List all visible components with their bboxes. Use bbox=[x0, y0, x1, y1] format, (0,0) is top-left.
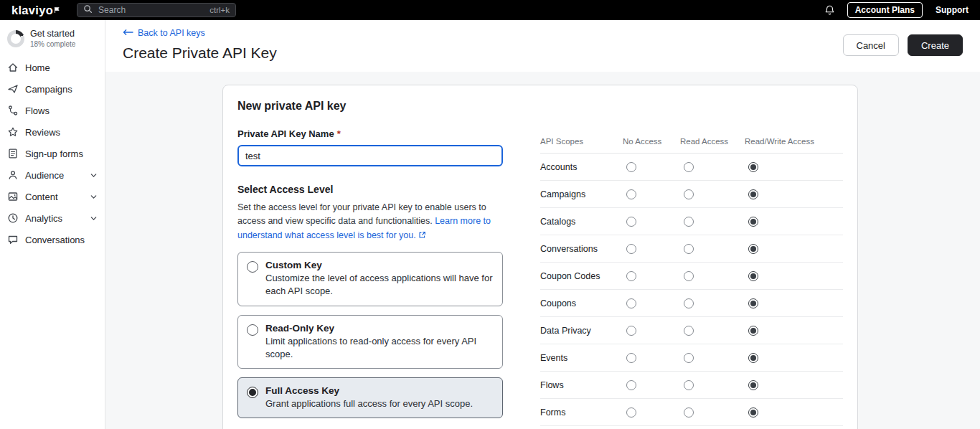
scope-conversations-no-radio[interactable] bbox=[626, 244, 636, 254]
audience-icon bbox=[7, 169, 19, 181]
campaigns-icon bbox=[7, 83, 19, 95]
sidebar-item-sign-up-forms[interactable]: Sign-up forms bbox=[0, 143, 105, 164]
access-option-read-only-key[interactable]: Read-Only KeyLimit applications to read-… bbox=[237, 315, 503, 369]
scope-coupons-read-radio[interactable] bbox=[684, 298, 694, 308]
full-access-key-radio[interactable] bbox=[247, 387, 258, 398]
scope-cell bbox=[623, 244, 680, 254]
scope-cell bbox=[680, 244, 745, 254]
scope-flows-rw-radio[interactable] bbox=[748, 380, 758, 390]
custom-key-radio[interactable] bbox=[247, 261, 258, 273]
access-level-options: Custom KeyCustomize the level of access … bbox=[237, 252, 503, 418]
scope-cell bbox=[745, 353, 843, 363]
scope-catalogs-no-radio[interactable] bbox=[626, 217, 636, 227]
scope-row-coupons: Coupons bbox=[540, 290, 843, 317]
scope-flows-no-radio[interactable] bbox=[626, 380, 636, 390]
app-window: klaviyo ctrl+k Account Plans Support Get… bbox=[0, 0, 980, 429]
access-option-custom-key[interactable]: Custom KeyCustomize the level of access … bbox=[237, 252, 503, 306]
scope-forms-no-radio[interactable] bbox=[626, 407, 636, 418]
scope-row-events: Events bbox=[540, 344, 843, 372]
scope-events-rw-radio[interactable] bbox=[748, 353, 758, 363]
sidebar-item-reviews[interactable]: Reviews bbox=[0, 121, 105, 143]
scope-forms-read-radio[interactable] bbox=[684, 407, 694, 418]
klaviyo-logo[interactable]: klaviyo bbox=[11, 4, 60, 16]
flows-icon bbox=[7, 105, 19, 116]
scope-campaigns-no-radio[interactable] bbox=[626, 189, 636, 199]
scope-cell bbox=[680, 189, 745, 199]
search-shortcut-hint: ctrl+k bbox=[209, 6, 230, 14]
scope-data-privacy-read-radio[interactable] bbox=[684, 326, 694, 336]
access-level-heading: Select Access Level bbox=[237, 184, 503, 195]
scope-accounts-read-radio[interactable] bbox=[684, 162, 694, 172]
scope-coupon-codes-read-radio[interactable] bbox=[684, 271, 694, 281]
scope-cell bbox=[745, 217, 843, 227]
back-to-api-keys-link[interactable]: Back to API keys bbox=[123, 28, 205, 38]
scope-label: Conversations bbox=[540, 244, 623, 254]
scope-row-accounts: Accounts bbox=[540, 154, 843, 181]
back-arrow-icon bbox=[123, 28, 133, 38]
scope-cell bbox=[745, 271, 843, 281]
account-plans-button[interactable]: Account Plans bbox=[847, 2, 923, 18]
sidebar-item-analytics[interactable]: Analytics bbox=[0, 207, 105, 229]
sidebar-item-audience[interactable]: Audience bbox=[0, 164, 105, 186]
sidebar-item-flows[interactable]: Flows bbox=[0, 100, 105, 121]
signup-forms-icon bbox=[7, 148, 19, 159]
scope-accounts-rw-radio[interactable] bbox=[748, 162, 758, 172]
scope-campaigns-read-radio[interactable] bbox=[684, 189, 694, 199]
api-key-name-label: Private API Key Name* bbox=[237, 128, 503, 139]
scope-accounts-no-radio[interactable] bbox=[626, 162, 636, 172]
api-key-name-input[interactable] bbox=[237, 145, 503, 166]
sidebar-item-label: Conversations bbox=[25, 235, 85, 245]
scope-coupons-no-radio[interactable] bbox=[626, 298, 636, 308]
scope-flows-read-radio[interactable] bbox=[684, 380, 694, 390]
chevron-down-icon bbox=[90, 214, 98, 222]
progress-ring-icon bbox=[7, 30, 24, 47]
scope-data-privacy-rw-radio[interactable] bbox=[748, 326, 758, 336]
conversations-icon bbox=[7, 234, 19, 245]
sidebar-item-campaigns[interactable]: Campaigns bbox=[0, 78, 105, 100]
search-input[interactable] bbox=[97, 4, 205, 16]
sidebar-item-home[interactable]: Home bbox=[0, 57, 105, 78]
scope-label: Flows bbox=[540, 380, 623, 390]
scope-conversations-read-radio[interactable] bbox=[684, 244, 694, 254]
scope-cell bbox=[623, 380, 680, 390]
scope-cell bbox=[680, 217, 745, 227]
notifications-bell-icon[interactable] bbox=[822, 3, 837, 18]
read-only-key-radio[interactable] bbox=[247, 324, 258, 336]
global-search[interactable]: ctrl+k bbox=[77, 3, 236, 17]
create-button[interactable]: Create bbox=[908, 34, 963, 56]
option-description: Customize the level of access applicatio… bbox=[265, 272, 494, 298]
sidebar-item-label: Sign-up forms bbox=[25, 148, 83, 159]
scope-campaigns-rw-radio[interactable] bbox=[748, 189, 758, 199]
col-api-scopes: API Scopes bbox=[540, 137, 623, 146]
scope-label: Catalogs bbox=[540, 217, 623, 227]
access-option-full-access-key[interactable]: Full Access KeyGrant applications full a… bbox=[237, 377, 503, 418]
sidebar-item-label: Analytics bbox=[25, 213, 62, 224]
scope-cell bbox=[623, 162, 680, 172]
scope-data-privacy-no-radio[interactable] bbox=[626, 326, 636, 336]
sidebar-nav: HomeCampaignsFlowsReviewsSign-up formsAu… bbox=[0, 57, 105, 250]
new-api-key-card: New private API key Private API Key Name… bbox=[222, 85, 858, 429]
scope-catalogs-rw-radio[interactable] bbox=[748, 217, 758, 227]
scope-events-no-radio[interactable] bbox=[626, 353, 636, 363]
option-text: Custom KeyCustomize the level of access … bbox=[265, 260, 494, 298]
sidebar: Get started 18% complete HomeCampaignsFl… bbox=[0, 20, 105, 429]
scope-catalogs-read-radio[interactable] bbox=[684, 217, 694, 227]
sidebar-item-conversations[interactable]: Conversations bbox=[0, 229, 105, 250]
col-read-access: Read Access bbox=[680, 137, 745, 146]
scope-forms-rw-radio[interactable] bbox=[748, 407, 758, 418]
scope-cell bbox=[680, 326, 745, 336]
card-title: New private API key bbox=[237, 100, 843, 113]
scope-coupon-codes-no-radio[interactable] bbox=[626, 271, 636, 281]
scope-conversations-rw-radio[interactable] bbox=[748, 244, 758, 254]
scope-label: Coupons bbox=[540, 298, 623, 308]
scope-row-campaigns: Campaigns bbox=[540, 181, 843, 208]
cancel-button[interactable]: Cancel bbox=[843, 34, 899, 56]
support-link[interactable]: Support bbox=[936, 5, 969, 15]
get-started-progress[interactable]: Get started 18% complete bbox=[0, 26, 105, 57]
scope-events-read-radio[interactable] bbox=[684, 353, 694, 363]
scope-coupons-rw-radio[interactable] bbox=[748, 298, 758, 308]
scope-coupon-codes-rw-radio[interactable] bbox=[748, 271, 758, 281]
sidebar-item-content[interactable]: Content bbox=[0, 186, 105, 207]
scope-label: Campaigns bbox=[540, 189, 623, 199]
external-link-icon bbox=[418, 230, 426, 243]
